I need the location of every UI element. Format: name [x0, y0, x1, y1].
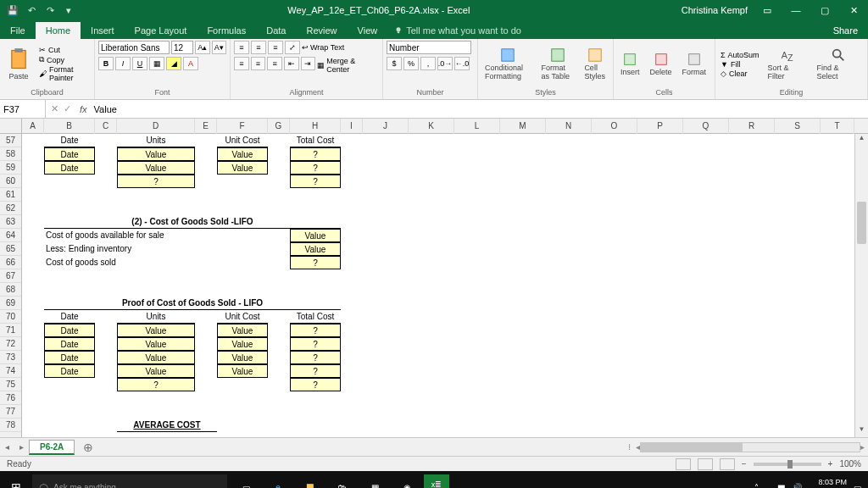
indent-inc-icon[interactable]: ⇥: [301, 57, 316, 70]
row-header[interactable]: 71: [0, 324, 21, 337]
cell[interactable]: ?: [290, 147, 341, 161]
cell[interactable]: Cost of goods available for sale: [44, 229, 264, 242]
qat-customize-icon[interactable]: ▾: [63, 5, 75, 16]
cell[interactable]: ?: [290, 161, 341, 175]
underline-button[interactable]: U: [132, 57, 147, 70]
select-all-button[interactable]: [0, 119, 22, 133]
tab-file[interactable]: File: [0, 22, 36, 39]
conditional-format-button[interactable]: Conditional Formatting: [481, 46, 535, 82]
cancel-formula-icon[interactable]: ✕: [51, 103, 58, 114]
cell[interactable]: ?: [290, 351, 341, 364]
row-header[interactable]: 68: [0, 283, 21, 297]
cell[interactable]: Value: [117, 337, 195, 351]
cell[interactable]: Date: [44, 324, 95, 337]
col-D[interactable]: D: [117, 119, 195, 134]
find-select-button[interactable]: Find & Select: [813, 46, 864, 82]
close-icon[interactable]: ✕: [839, 5, 868, 16]
wrap-text-button[interactable]: ↩Wrap Text: [302, 41, 344, 54]
format-painter-button[interactable]: 🖌Format Painter: [37, 65, 91, 82]
tab-page-layout[interactable]: Page Layout: [125, 22, 198, 39]
section-title[interactable]: Proof of Cost of Goods Sold - LIFO: [44, 297, 341, 310]
col-O[interactable]: O: [592, 119, 637, 134]
store-icon[interactable]: 🛍: [327, 474, 358, 488]
cell[interactable]: Unit Cost: [217, 310, 268, 324]
edge-icon[interactable]: e: [263, 474, 293, 488]
cell[interactable]: Value: [117, 364, 195, 378]
cell[interactable]: ?: [290, 364, 341, 378]
decrease-font-icon[interactable]: A▾: [212, 41, 227, 54]
tab-home[interactable]: Home: [36, 22, 81, 39]
align-bottom-icon[interactable]: ≡: [268, 41, 283, 54]
section-title[interactable]: AVERAGE COST: [117, 419, 217, 432]
sheet-tab-active[interactable]: P6-2A: [29, 440, 75, 455]
network-icon[interactable]: ▂▄▆: [765, 483, 785, 489]
name-box[interactable]: F37: [0, 100, 46, 118]
col-H[interactable]: H: [290, 119, 341, 134]
merge-center-button[interactable]: ▦Merge & Center: [317, 57, 379, 74]
col-Q[interactable]: Q: [683, 119, 729, 134]
cell[interactable]: Total Cost: [290, 134, 341, 147]
row-header[interactable]: 65: [0, 242, 21, 256]
cell[interactable]: Date: [44, 161, 95, 175]
cell[interactable]: ?: [290, 378, 341, 391]
copy-button[interactable]: ⧉Copy: [37, 55, 91, 64]
volume-icon[interactable]: 🔊: [792, 483, 802, 489]
cell[interactable]: Value: [217, 337, 268, 351]
tray-chevron-icon[interactable]: ˄: [754, 483, 759, 489]
tab-insert[interactable]: Insert: [81, 22, 125, 39]
cell[interactable]: Cost of goods sold: [44, 256, 264, 269]
cell[interactable]: Date: [44, 337, 95, 351]
row-header[interactable]: 67: [0, 269, 21, 283]
row-header[interactable]: 72: [0, 337, 21, 351]
cell[interactable]: Date: [44, 147, 95, 161]
percent-icon[interactable]: %: [403, 57, 419, 70]
col-N[interactable]: N: [546, 119, 592, 134]
section-title[interactable]: (2) - Cost of Goods Sold -LIFO: [44, 215, 341, 229]
format-cells-button[interactable]: Format: [679, 50, 710, 78]
scroll-up-icon[interactable]: ▲: [855, 134, 868, 146]
tab-formulas[interactable]: Formulas: [197, 22, 256, 39]
page-layout-view-icon[interactable]: [698, 458, 713, 470]
row-header[interactable]: 64: [0, 229, 21, 242]
cell[interactable]: Less: Ending inventory: [44, 242, 264, 256]
row-header[interactable]: 58: [0, 147, 21, 161]
row-headers[interactable]: 5758596061626364656667686970717273747576…: [0, 134, 22, 437]
cell[interactable]: Date: [44, 310, 95, 324]
row-header[interactable]: 57: [0, 134, 21, 147]
tab-data[interactable]: Data: [256, 22, 296, 39]
align-middle-icon[interactable]: ≡: [251, 41, 266, 54]
align-center-icon[interactable]: ≡: [251, 57, 266, 70]
number-format-select[interactable]: [387, 41, 471, 54]
increase-font-icon[interactable]: A▴: [195, 41, 210, 54]
cell[interactable]: ?: [290, 337, 341, 351]
orientation-icon[interactable]: ⤢: [285, 41, 300, 54]
row-header[interactable]: 69: [0, 297, 21, 310]
zoom-out-icon[interactable]: −: [742, 459, 747, 469]
tell-me[interactable]: Tell me what you want to do: [387, 22, 528, 39]
font-name-select[interactable]: [98, 41, 170, 54]
redo-icon[interactable]: ↷: [44, 5, 56, 16]
col-J[interactable]: J: [363, 119, 409, 134]
row-header[interactable]: 74: [0, 364, 21, 378]
delete-cells-button[interactable]: Delete: [647, 50, 676, 78]
row-header[interactable]: 76: [0, 391, 21, 405]
cell[interactable]: Value: [217, 324, 268, 337]
cell[interactable]: Date: [44, 351, 95, 364]
user-name[interactable]: Christina Kempf: [676, 5, 753, 15]
cell[interactable]: Value: [117, 147, 195, 161]
insert-cells-button[interactable]: Insert: [617, 50, 643, 78]
row-header[interactable]: 60: [0, 175, 21, 188]
row-header[interactable]: 78: [0, 419, 21, 432]
cell[interactable]: Value: [290, 229, 341, 242]
fill-color-button[interactable]: ◢: [166, 57, 181, 70]
paste-button[interactable]: Paste: [3, 46, 34, 82]
notifications-icon[interactable]: ▭: [854, 483, 861, 489]
col-T[interactable]: T: [821, 119, 854, 134]
undo-icon[interactable]: ↶: [25, 5, 37, 16]
worksheet-grid[interactable]: 5758596061626364656667686970717273747576…: [0, 134, 868, 437]
cell[interactable]: Date: [44, 134, 95, 147]
chrome-icon[interactable]: ◉: [392, 474, 422, 488]
share-button[interactable]: Share: [823, 22, 868, 39]
hscroll-thumb[interactable]: [641, 443, 743, 452]
indent-dec-icon[interactable]: ⇤: [284, 57, 299, 70]
